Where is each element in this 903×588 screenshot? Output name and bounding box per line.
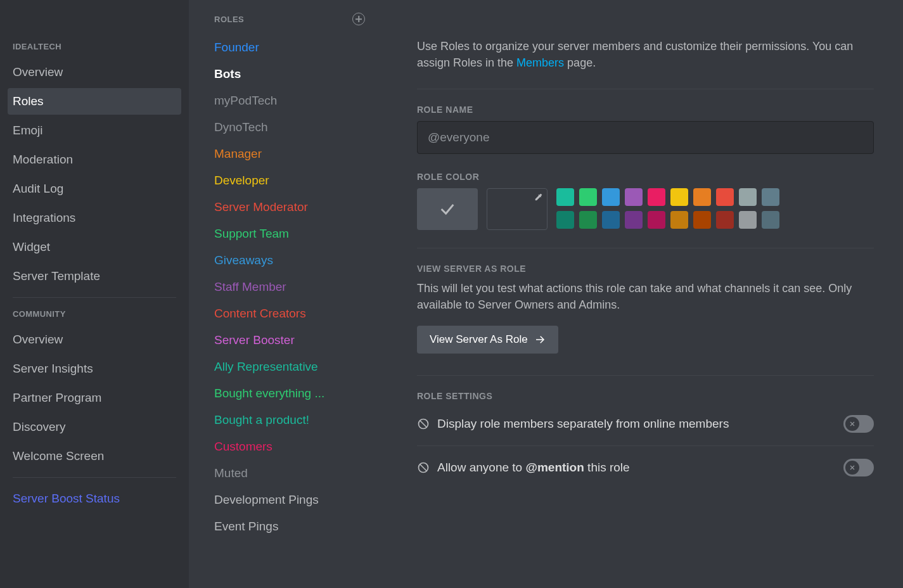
color-swatch[interactable] bbox=[693, 211, 711, 229]
no-entry-icon bbox=[417, 461, 430, 474]
color-swatch[interactable] bbox=[716, 188, 734, 206]
sidebar-item-discovery[interactable]: Discovery bbox=[8, 414, 181, 440]
role-list-item[interactable]: Manager bbox=[214, 141, 365, 167]
color-swatch[interactable] bbox=[625, 211, 643, 229]
color-swatch[interactable] bbox=[762, 188, 779, 206]
sidebar-section-server: IDEALTECH bbox=[8, 38, 181, 55]
color-swatch[interactable] bbox=[648, 188, 665, 206]
sidebar-section-community: COMMUNITY bbox=[8, 305, 181, 323]
role-list-item[interactable]: Bought everything ... bbox=[214, 380, 365, 407]
roles-list-panel: ROLES FounderBotsmyPodTechDynoTechManage… bbox=[189, 0, 379, 588]
view-as-button-label: View Server As Role bbox=[430, 333, 528, 346]
x-icon bbox=[849, 464, 856, 471]
setting-toggle[interactable] bbox=[843, 415, 874, 433]
settings-sidebar: IDEALTECH Overview Roles Emoji Moderatio… bbox=[0, 0, 189, 588]
role-list-item[interactable]: Bought a product! bbox=[214, 407, 365, 433]
color-custom-swatch[interactable] bbox=[487, 188, 548, 230]
color-swatch[interactable] bbox=[739, 211, 757, 229]
eyedropper-icon bbox=[534, 193, 543, 201]
color-swatch[interactable] bbox=[602, 188, 620, 206]
color-swatch[interactable] bbox=[762, 211, 779, 229]
divider bbox=[417, 375, 874, 376]
role-list-item[interactable]: Founder bbox=[214, 34, 365, 61]
sidebar-item-overview[interactable]: Overview bbox=[8, 59, 181, 86]
role-name-input[interactable] bbox=[417, 121, 874, 154]
check-icon bbox=[439, 200, 456, 218]
role-list-item[interactable]: Giveaways bbox=[214, 247, 365, 274]
sidebar-item-community-overview[interactable]: Overview bbox=[8, 326, 181, 353]
sidebar-item-audit-log[interactable]: Audit Log bbox=[8, 176, 181, 202]
sidebar-item-roles[interactable]: Roles bbox=[8, 88, 181, 115]
role-color-label: ROLE COLOR bbox=[417, 172, 874, 182]
role-list-item[interactable]: Ally Representative bbox=[214, 354, 365, 380]
sidebar-item-moderation[interactable]: Moderation bbox=[8, 146, 181, 173]
role-name-label: ROLE NAME bbox=[417, 105, 874, 115]
members-link[interactable]: Members bbox=[516, 56, 564, 69]
view-as-role-description: This will let you test what actions this… bbox=[417, 280, 874, 313]
sidebar-item-welcome-screen[interactable]: Welcome Screen bbox=[8, 443, 181, 470]
x-icon bbox=[849, 420, 856, 428]
sidebar-item-integrations[interactable]: Integrations bbox=[8, 205, 181, 231]
role-list-item[interactable]: Content Creators bbox=[214, 300, 365, 327]
setting-allow-mention: Allow anyone to @mention this role bbox=[417, 451, 874, 484]
role-list-item[interactable]: Server Moderator bbox=[214, 194, 365, 220]
no-entry-icon bbox=[417, 418, 430, 430]
role-settings-label: ROLE SETTINGS bbox=[417, 391, 874, 401]
setting-label: Display role members separately from onl… bbox=[437, 417, 729, 431]
sidebar-item-partner-program[interactable]: Partner Program bbox=[8, 385, 181, 411]
view-as-role-label: VIEW SERVER AS ROLE bbox=[417, 264, 874, 274]
role-list-item[interactable]: Developer bbox=[214, 167, 365, 194]
sidebar-item-emoji[interactable]: Emoji bbox=[8, 117, 181, 144]
sidebar-divider bbox=[13, 297, 176, 298]
role-list-item[interactable]: Server Booster bbox=[214, 327, 365, 354]
sidebar-item-server-boost[interactable]: Server Boost Status bbox=[8, 485, 181, 512]
color-swatch[interactable] bbox=[625, 188, 643, 206]
role-list-item[interactable]: Customers bbox=[214, 433, 365, 460]
role-settings-panel: Use Roles to organize your server member… bbox=[379, 0, 903, 588]
arrow-right-icon bbox=[534, 334, 546, 345]
color-swatch[interactable] bbox=[579, 188, 597, 206]
svg-line-6 bbox=[420, 464, 426, 471]
setting-toggle[interactable] bbox=[843, 459, 874, 476]
setting-label: Allow anyone to @mention this role bbox=[437, 461, 630, 475]
roles-description: Use Roles to organize your server member… bbox=[417, 38, 874, 71]
color-swatch[interactable] bbox=[670, 211, 688, 229]
color-swatch[interactable] bbox=[693, 188, 711, 206]
role-list-item[interactable]: myPodTech bbox=[214, 87, 365, 114]
color-swatch[interactable] bbox=[579, 211, 597, 229]
color-swatch[interactable] bbox=[739, 188, 757, 206]
sidebar-divider bbox=[13, 477, 176, 478]
view-server-as-role-button[interactable]: View Server As Role bbox=[417, 326, 558, 354]
divider bbox=[417, 248, 874, 248]
add-role-icon[interactable] bbox=[352, 13, 365, 25]
color-swatch[interactable] bbox=[556, 188, 574, 206]
role-list-item[interactable]: Bots bbox=[214, 61, 365, 87]
color-swatch[interactable] bbox=[602, 211, 620, 229]
sidebar-item-widget[interactable]: Widget bbox=[8, 234, 181, 260]
color-swatch[interactable] bbox=[556, 211, 574, 229]
role-list-item[interactable]: Staff Member bbox=[214, 274, 365, 300]
role-list-item[interactable]: Support Team bbox=[214, 220, 365, 247]
color-swatch[interactable] bbox=[648, 211, 665, 229]
color-default-swatch[interactable] bbox=[417, 188, 478, 230]
role-list-item[interactable]: DynoTech bbox=[214, 114, 365, 141]
color-swatch[interactable] bbox=[670, 188, 688, 206]
role-list-item[interactable]: Muted bbox=[214, 460, 365, 487]
setting-display-separately: Display role members separately from onl… bbox=[417, 407, 874, 440]
color-swatch[interactable] bbox=[716, 211, 734, 229]
sidebar-item-server-insights[interactable]: Server Insights bbox=[8, 355, 181, 382]
svg-line-2 bbox=[420, 421, 426, 427]
role-list-item[interactable]: Development Pings bbox=[214, 487, 365, 513]
divider bbox=[417, 89, 874, 89]
roles-header-label: ROLES bbox=[214, 15, 244, 24]
sidebar-item-server-template[interactable]: Server Template bbox=[8, 263, 181, 290]
divider bbox=[417, 445, 874, 446]
role-list-item[interactable]: Event Pings bbox=[214, 513, 365, 540]
